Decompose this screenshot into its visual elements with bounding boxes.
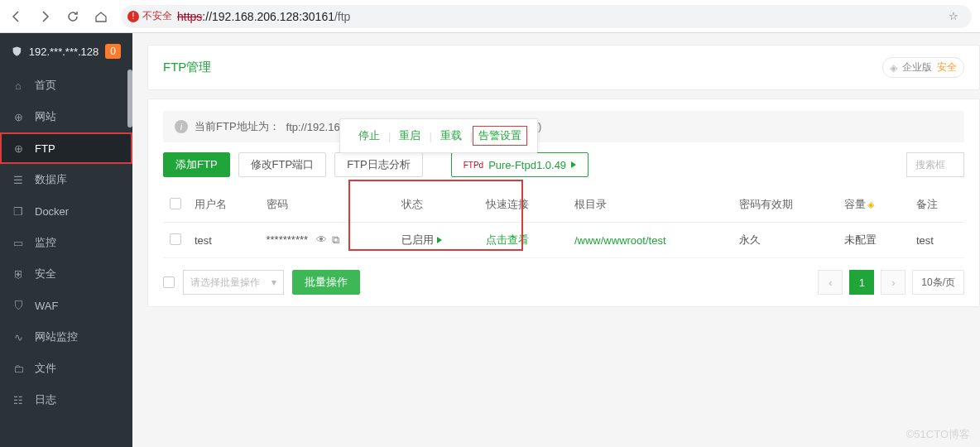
per-page-label: 10条/页 (921, 276, 955, 290)
reload-button[interactable]: 重载 (432, 128, 470, 143)
sidebar-item-label: 网站 (35, 109, 56, 124)
info-icon: i (175, 120, 188, 133)
diamond-icon: ◈ (867, 199, 874, 209)
per-page-select[interactable]: 10条/页 (912, 270, 964, 295)
footer-checkbox[interactable] (163, 276, 175, 288)
sidebar: 192.***.***.128 0 ⌂首页 ⊕网站 ⊕FTP ☰数据库 ❒Doc… (0, 33, 132, 447)
sidebar-item-files[interactable]: 🗀文件 (0, 353, 132, 384)
service-popover: 停止 | 重启 | 重载 | 告警设置 (339, 118, 538, 153)
monitor-icon: ▭ (12, 237, 25, 249)
url-bar[interactable]: ! 不安全 https://192.168.206.128:30161/ftp … (121, 5, 972, 28)
col-user: 用户名 (188, 187, 260, 223)
col-status: 状态 (395, 187, 479, 223)
chevron-down-icon: ▾ (271, 276, 276, 288)
batch-placeholder: 请选择批量操作 (190, 276, 260, 290)
sidebar-item-label: 安全 (35, 267, 56, 281)
sidebar-item-security[interactable]: ⛨安全 (0, 258, 132, 290)
sidebar-item-label: 首页 (35, 78, 56, 93)
stop-button[interactable]: 停止 (350, 128, 388, 143)
reload-icon[interactable] (65, 8, 81, 25)
pagination: ‹ 1 › 10条/页 (818, 270, 964, 295)
sidebar-item-docker[interactable]: ❒Docker (0, 195, 132, 227)
batch-select[interactable]: 请选择批量操作 ▾ (183, 270, 284, 295)
url-path: /ftp (334, 10, 350, 23)
docker-icon: ❒ (12, 205, 25, 218)
log-icon: ☷ (12, 394, 25, 406)
enterprise-badge[interactable]: ◈ 企业版 安全 (882, 57, 964, 78)
root-dir-link[interactable]: /www/wwwroot/test (574, 234, 666, 247)
title-panel: FTP管理 ◈ 企业版 安全 (147, 45, 980, 90)
table-footer: 请选择批量操作 ▾ 批量操作 ‹ 1 › 10条/页 (163, 258, 964, 295)
col-pwd: 密码 (260, 187, 396, 223)
sidebar-item-database[interactable]: ☰数据库 (0, 164, 132, 195)
sidebar-item-waf[interactable]: ⛉WAF (0, 290, 132, 321)
watermark: ©51CTO博客 (906, 427, 970, 442)
globe-icon: ⊕ (12, 111, 25, 123)
cell-user: test (188, 223, 260, 258)
prev-page-button[interactable]: ‹ (818, 270, 843, 295)
alarm-settings-button[interactable]: 告警设置 (473, 126, 527, 146)
sidebar-item-site-monitor[interactable]: ∿网站监控 (0, 321, 132, 353)
waf-icon: ⛉ (12, 300, 25, 312)
action-row: 添加FTP 修改FTP端口 FTP日志分析 FTPd Pure-Ftpd1.0.… (163, 152, 964, 177)
col-expire: 密码有效期 (733, 187, 838, 223)
sidebar-item-site[interactable]: ⊕网站 (0, 101, 132, 132)
col-quota: 容量◈ (838, 187, 910, 223)
sidebar-item-home[interactable]: ⌂首页 (0, 70, 132, 101)
database-icon: ☰ (12, 174, 25, 186)
search-input[interactable]: 搜索框 (906, 152, 964, 177)
restart-button[interactable]: 重启 (391, 128, 429, 143)
eye-icon[interactable]: 👁 (316, 233, 327, 247)
info-prefix: 当前FTP地址为： (195, 119, 280, 134)
copy-icon[interactable]: ⧉ (332, 233, 339, 247)
change-port-button[interactable]: 修改FTP端口 (238, 152, 327, 177)
insecure-label: 不安全 (142, 9, 172, 23)
sidebar-item-label: FTP (35, 142, 55, 155)
warning-icon: ! (127, 11, 139, 22)
home-icon: ⌂ (12, 79, 25, 92)
next-page-button[interactable]: › (881, 270, 906, 295)
sidebar-item-label: 数据库 (35, 172, 67, 187)
sidebar-item-logs[interactable]: ☷日志 (0, 384, 132, 416)
play-icon (571, 161, 576, 168)
sidebar-item-ftp[interactable]: ⊕FTP (0, 132, 132, 164)
batch-action-button[interactable]: 批量操作 (292, 270, 360, 295)
diamond-icon: ◈ (890, 62, 897, 74)
alert-badge[interactable]: 0 (105, 44, 121, 59)
sidebar-nav: ⌂首页 ⊕网站 ⊕FTP ☰数据库 ❒Docker ▭监控 ⛨安全 ⛉WAF ∿… (0, 70, 132, 416)
content-panel: i 当前FTP地址为： ftp://192.168.206.128:21 源) … (147, 99, 980, 307)
table-row: test ********** 👁 ⧉ 已启用 点击查看 /www/wwwroo… (163, 223, 964, 258)
col-quota-label: 容量 (844, 198, 866, 210)
ftp-log-button[interactable]: FTP日志分析 (334, 152, 423, 177)
forward-icon[interactable] (36, 8, 53, 25)
cell-pwd: ********** 👁 ⧉ (260, 223, 396, 258)
main-content: FTP管理 ◈ 企业版 安全 i 当前FTP地址为： ftp://192.168… (132, 33, 980, 447)
page-title: FTP管理 (163, 60, 211, 75)
col-root: 根目录 (568, 187, 733, 223)
shield-icon (12, 45, 22, 58)
sidebar-header: 192.***.***.128 0 (0, 33, 132, 70)
cell-status[interactable]: 已启用 (395, 223, 479, 258)
globe-icon: ⊕ (12, 142, 25, 155)
ftp-tag: FTPd (464, 161, 483, 170)
url-host: ://192.168.206.128:30161 (202, 10, 334, 23)
back-icon[interactable] (8, 8, 25, 25)
shield-icon: ⛨ (12, 268, 25, 281)
upgrade-label: 安全 (937, 60, 957, 74)
select-all-checkbox[interactable] (170, 198, 181, 209)
quick-connect-link[interactable]: 点击查看 (486, 233, 529, 246)
add-ftp-button[interactable]: 添加FTP (163, 152, 230, 177)
sidebar-item-label: 监控 (35, 235, 56, 250)
insecure-badge: ! 不安全 (127, 9, 172, 23)
sidebar-item-monitor[interactable]: ▭监控 (0, 227, 132, 258)
bookmark-star-icon[interactable]: ☆ (942, 10, 965, 22)
chart-icon: ∿ (12, 331, 25, 344)
url-text: https://192.168.206.128:30161/ftp (177, 10, 350, 23)
page-number[interactable]: 1 (849, 270, 874, 295)
row-checkbox[interactable] (170, 233, 181, 245)
play-icon (437, 237, 442, 243)
status-label: 已启用 (401, 233, 434, 246)
ftp-software-button[interactable]: FTPd Pure-Ftpd1.0.49 (451, 152, 588, 177)
home-icon[interactable] (93, 8, 109, 25)
sidebar-item-label: 日志 (35, 392, 56, 407)
